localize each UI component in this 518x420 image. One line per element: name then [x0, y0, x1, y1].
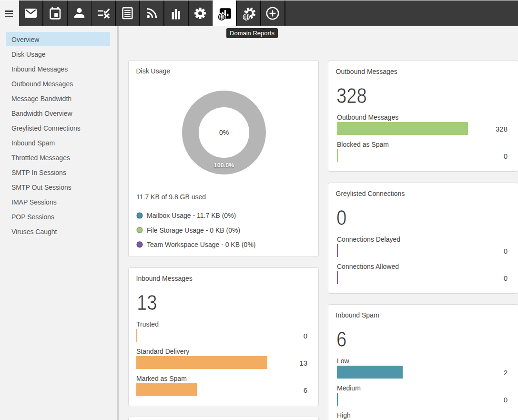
- svg-text:0%: 0%: [219, 129, 229, 136]
- svg-text:100.0%: 100.0%: [214, 162, 234, 169]
